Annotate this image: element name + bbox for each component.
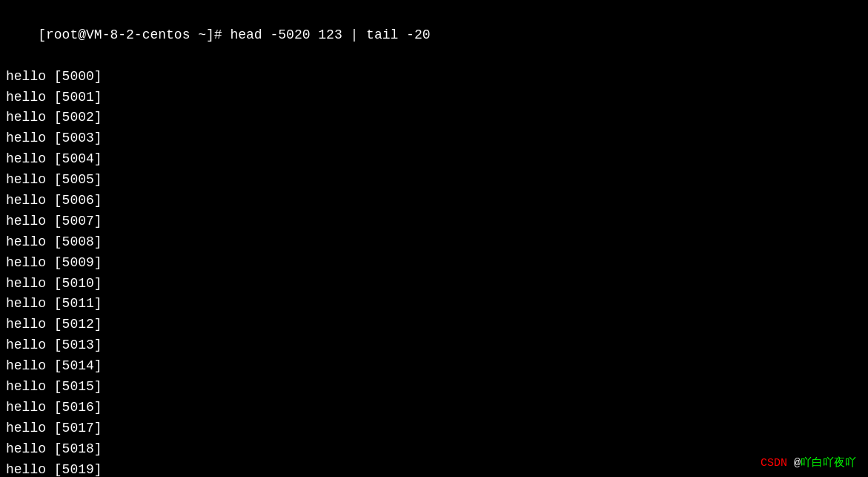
output-line: hello [5002]: [6, 108, 862, 128]
watermark-username: 吖白吖夜吖: [801, 457, 856, 470]
command-line: [root@VM-8-2-centos ~]# head -5020 123 |…: [6, 4, 862, 67]
output-line: hello [5003]: [6, 128, 862, 149]
watermark-csdn: CSDN: [761, 457, 787, 470]
output-line: hello [5009]: [6, 253, 862, 274]
output-line: hello [5000]: [6, 67, 862, 88]
output-line: hello [5008]: [6, 232, 862, 253]
output-line: hello [5018]: [6, 439, 862, 460]
output-line: hello [5016]: [6, 398, 862, 418]
output-line: hello [5015]: [6, 377, 862, 398]
watermark-at: @: [787, 457, 801, 470]
output-line: hello [5012]: [6, 315, 862, 335]
output-line: hello [5014]: [6, 356, 862, 377]
output-line: hello [5004]: [6, 149, 862, 170]
output-line: hello [5007]: [6, 211, 862, 232]
output-container: hello [5000]hello [5001]hello [5002]hell…: [6, 67, 862, 477]
watermark: CSDN @吖白吖夜吖: [761, 455, 856, 470]
output-line: hello [5001]: [6, 88, 862, 108]
command-text: head -5020 123 | tail -20: [230, 27, 430, 42]
command-prompt: [root@VM-8-2-centos ~]#: [38, 27, 230, 42]
output-line: hello [5010]: [6, 274, 862, 295]
output-line: hello [5011]: [6, 294, 862, 315]
output-line: hello [5006]: [6, 191, 862, 211]
output-line: hello [5019]: [6, 460, 862, 477]
terminal-window[interactable]: [root@VM-8-2-centos ~]# head -5020 123 |…: [0, 0, 868, 477]
output-line: hello [5017]: [6, 418, 862, 439]
output-line: hello [5005]: [6, 170, 862, 191]
output-line: hello [5013]: [6, 335, 862, 356]
